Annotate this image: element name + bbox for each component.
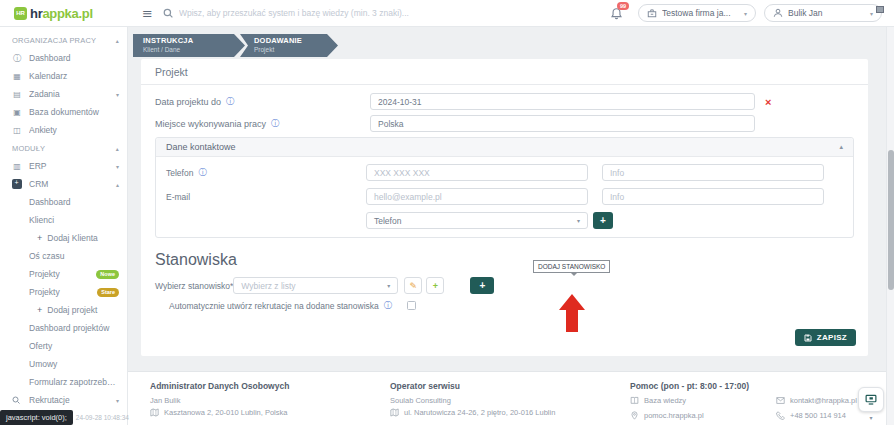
tasks-icon: ▤ <box>12 90 22 99</box>
chevron-down-icon: ▾ <box>387 282 390 289</box>
edit-position-button[interactable]: ✎ <box>404 277 422 294</box>
chevron-down-icon: ▾ <box>116 91 119 98</box>
add-position-row-button[interactable]: + <box>470 277 494 294</box>
user-selector-label: Bulik Jan <box>788 8 859 18</box>
map-pin-icon <box>630 411 639 420</box>
chat-widget: ▾ <box>858 387 884 419</box>
hamburger-menu-icon[interactable]: ≡ <box>142 6 153 21</box>
sidebar-item-dodaj-projekt[interactable]: +Dodaj projekt <box>0 301 127 319</box>
brand-logo-icon: HR <box>14 7 27 20</box>
crm-module-icon <box>12 179 22 189</box>
sidebar-item-kalendarz[interactable]: ▦Kalendarz <box>0 67 127 85</box>
breadcrumb-step-dodawanie[interactable]: DODAWANIE Projekt <box>240 34 338 57</box>
positions-heading: Stanowiska <box>155 251 854 269</box>
sidebar-item-dodaj-klienta[interactable]: +Dodaj Klienta <box>0 229 127 247</box>
sidebar-item-umowy[interactable]: Umowy <box>0 355 127 373</box>
footer-operator-address: ul. Narutowicza 24-26, 2 piętro, 20-016 … <box>404 408 555 417</box>
chevron-up-icon: ▴ <box>116 37 119 44</box>
footer-operator-title: Operator serwisu <box>390 381 630 391</box>
timestamp: 24-09-28 10:48:34 <box>76 414 129 425</box>
calendar-icon: ▦ <box>12 72 22 81</box>
auto-recruit-checkbox[interactable] <box>407 301 416 310</box>
work-place-input[interactable] <box>370 115 755 132</box>
envelope-icon <box>776 396 785 405</box>
phone-input[interactable] <box>366 164 588 181</box>
brand-logo: HR hrappka.pl <box>0 6 128 21</box>
chevron-down-icon: ▾ <box>116 163 119 170</box>
email-label: E-mail <box>166 192 190 202</box>
global-search <box>163 8 611 18</box>
footer-admin-name: Jan Bulik <box>150 396 390 405</box>
help-icon[interactable]: ⓘ <box>198 167 206 178</box>
sidebar-item-projekty-nowe[interactable]: ProjektyNowe <box>0 265 127 283</box>
footer-help-column: Pomoc (pon - pt: 8:00 - 17:00) Baza wied… <box>630 381 857 425</box>
phone-info-input[interactable] <box>602 164 824 181</box>
help-site-link[interactable]: pomoc.hrappka.pl <box>630 411 758 420</box>
sidebar-item-erp[interactable]: ▥ERP▾ <box>0 157 127 175</box>
auto-recruit-label: Automatycznie utwórz rekrutacje na dodan… <box>169 301 379 311</box>
collapse-panel-icon[interactable]: ▴ <box>839 143 843 151</box>
work-place-row: Miejsce wykonywania pracyⓘ <box>155 115 854 132</box>
sidebar-item-baza-dokumentow[interactable]: ▣Baza dokumentów <box>0 103 127 121</box>
plus-icon: + <box>37 233 42 243</box>
date-to-input[interactable] <box>370 93 755 110</box>
user-icon <box>773 8 783 18</box>
help-icon[interactable]: ⓘ <box>226 96 234 107</box>
sidebar-section-moduly[interactable]: MODUŁY▴ <box>0 139 127 157</box>
page-footer: Administrator Danych Osobowych Jan Bulik… <box>128 371 894 425</box>
add-contact-button[interactable]: + <box>593 212 613 229</box>
status-badge: Stare <box>97 288 119 297</box>
position-select-row: Wybierz stanowisko* Wybierz z listy ▾ ✎ … <box>155 277 854 294</box>
plus-icon: + <box>37 305 42 315</box>
sidebar-item-klienci[interactable]: Klienci <box>0 211 127 229</box>
phone-row: Telefonⓘ <box>166 164 843 181</box>
status-badge: Nowe <box>96 270 119 279</box>
user-selector[interactable]: Bulik Jan ▾ <box>764 4 882 22</box>
notifications-button[interactable]: 99 <box>611 7 622 20</box>
map-icon <box>390 408 399 417</box>
sidebar-item-dashboard[interactable]: ⓘDashboard <box>0 49 127 67</box>
form-section-title: Projekt <box>141 59 868 85</box>
footer-help-title: Pomoc (pon - pt: 8:00 - 17:00) <box>630 381 857 391</box>
scrollbar-thumb[interactable] <box>888 150 894 290</box>
sidebar-item-ankiety[interactable]: ◫Ankiety <box>0 121 127 139</box>
footer-admin-column: Administrator Danych Osobowych Jan Bulik… <box>150 381 390 425</box>
contact-type-select[interactable]: Telefon ▾ <box>366 212 588 229</box>
project-form-card: Projekt Data projektu doⓘ × Miejsce wyko… <box>141 59 868 356</box>
position-select-label: Wybierz stanowisko* <box>155 281 233 291</box>
sidebar-item-dashboard-projektow[interactable]: Dashboard projektów <box>0 319 127 337</box>
footer-operator-name: Soulab Consulting <box>390 396 630 405</box>
sidebar-item-formularz-zapotrzebowania[interactable]: Formularz zapotrzebowania <box>0 373 127 391</box>
search-input[interactable] <box>179 8 509 18</box>
red-arrow-annotation <box>559 294 585 332</box>
sidebar-item-oferty[interactable]: Oferty <box>0 337 127 355</box>
position-select[interactable]: Wybierz z listy ▾ <box>233 277 398 294</box>
help-icon[interactable]: ⓘ <box>271 118 279 129</box>
sidebar-item-crm-dashboard[interactable]: Dashboard <box>0 193 127 211</box>
corner-widget-icon[interactable] <box>876 6 884 13</box>
add-position-button[interactable]: + <box>426 277 444 294</box>
contact-email-link[interactable]: kontakt@hrappka.pl <box>776 396 857 405</box>
help-icon[interactable]: ⓘ <box>384 300 392 311</box>
sidebar-item-rekrutacje[interactable]: Rekrutacje▾ <box>0 391 127 409</box>
email-info-input[interactable] <box>602 188 824 205</box>
knowledge-base-link[interactable]: Baza wiedzy <box>630 396 758 405</box>
sidebar-item-zadania[interactable]: ▤Zadania▾ <box>0 85 127 103</box>
company-selector[interactable]: Testowa firma ja... ▾ <box>638 4 756 22</box>
contact-data-panel: Dane kontaktowe ▴ Telefonⓘ E-mail <box>155 137 854 238</box>
date-to-label: Data projektu do <box>155 97 221 107</box>
email-input[interactable] <box>366 188 588 205</box>
chat-widget-button[interactable] <box>858 387 884 412</box>
pencil-icon: ✎ <box>410 281 418 291</box>
save-button[interactable]: ZAPISZ <box>795 329 856 346</box>
chevron-down-icon[interactable]: ▾ <box>869 414 872 421</box>
clear-date-button[interactable]: × <box>765 96 771 108</box>
help-phone-link[interactable]: +48 500 114 914 <box>776 411 857 420</box>
contact-panel-title: Dane kontaktowe <box>166 142 236 152</box>
sidebar-item-projekty-stare[interactable]: ProjektyStare <box>0 283 127 301</box>
sidebar-section-organizacja-pracy[interactable]: ORGANIZACJA PRACY▴ <box>0 31 127 49</box>
sidebar-item-os-czasu[interactable]: Oś czasu <box>0 247 127 265</box>
hrappka-app: HR hrappka.pl ≡ 99 Testowa firma ja... ▾… <box>0 0 894 425</box>
sidebar-item-crm[interactable]: CRM▴ <box>0 175 127 193</box>
breadcrumb-step-instrukcja[interactable]: INSTRUKCJA Klient / Dane <box>133 34 245 57</box>
